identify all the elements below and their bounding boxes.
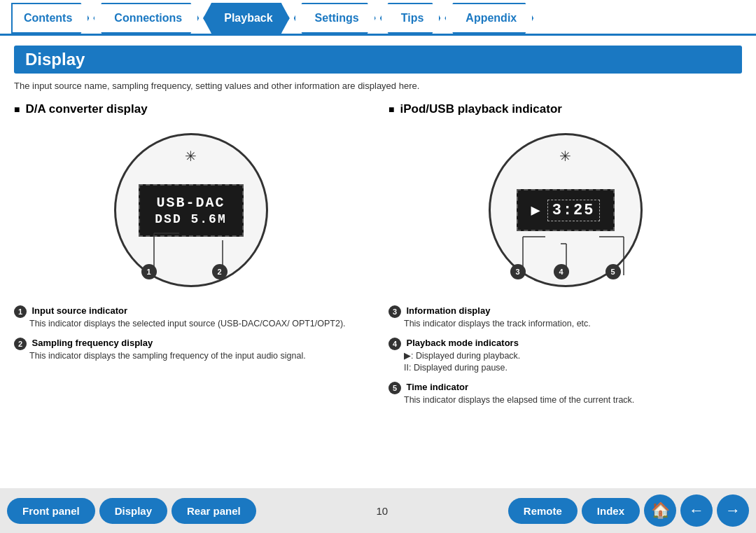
da-desc-2: 2 Sampling frequency display This indica…: [14, 338, 368, 363]
back-icon-button[interactable]: ←: [680, 494, 713, 527]
page-subtitle: The input source name, sampling frequenc…: [14, 81, 742, 91]
tab-appendix[interactable]: Appendix: [444, 3, 533, 34]
ipod-circle: ✳ ▶ 3:25 3 4 5: [489, 133, 643, 287]
da-circle: ✳ USB-DAC DSD 5.6M 1 2: [114, 133, 268, 287]
ipod-section-header: iPod/USB playback indicator: [388, 102, 742, 116]
callout-1: 1: [141, 264, 157, 279]
home-icon-button[interactable]: 🏠: [644, 494, 676, 527]
callout-5: 5: [606, 264, 621, 279]
page-title: Display: [25, 50, 731, 69]
ipod-desc-3: 3 Information display This indicator dis…: [388, 305, 742, 331]
tab-contents[interactable]: Contents: [11, 3, 89, 34]
page-title-bar: Display: [14, 46, 742, 74]
main-content: D/A converter display ✳ USB-DAC DSD 5.6M…: [14, 102, 742, 413]
ipod-diagram-wrapper: ✳ ▶ 3:25 3 4 5: [489, 126, 643, 294]
ipod-desc-5: 5 Time indicator This indicator displays…: [388, 382, 742, 407]
da-diagram-area: ✳ USB-DAC DSD 5.6M 1 2: [14, 126, 368, 294]
ipod-diagram-area: ✳ ▶ 3:25 3 4 5: [388, 126, 742, 294]
callout-4: 4: [554, 264, 569, 279]
ipod-display-screen: ▶ 3:25: [517, 189, 615, 231]
ipod-star-symbol: ✳: [559, 148, 571, 165]
da-section-header: D/A converter display: [14, 102, 368, 116]
ipod-usb-section: iPod/USB playback indicator ✳ ▶ 3:25 3: [388, 102, 742, 413]
tab-settings[interactable]: Settings: [294, 3, 376, 34]
page-number: 10: [260, 505, 504, 517]
da-display-screen: USB-DAC DSD 5.6M: [139, 184, 244, 237]
da-converter-section: D/A converter display ✳ USB-DAC DSD 5.6M…: [14, 102, 368, 413]
forward-icon-button[interactable]: →: [717, 494, 749, 527]
tab-tips[interactable]: Tips: [380, 3, 441, 34]
da-desc-1: 1 Input source indicator This indicator …: [14, 305, 368, 331]
callout-3: 3: [510, 264, 526, 279]
ipod-time-display: 3:25: [552, 202, 595, 219]
bottom-btn-front-panel[interactable]: Front panel: [7, 498, 95, 524]
da-descriptions: 1 Input source indicator This indicator …: [14, 305, 368, 362]
bottom-btn-display[interactable]: Display: [99, 498, 167, 524]
ipod-time-box: 3:25: [547, 200, 600, 221]
tab-playback[interactable]: Playback: [203, 3, 289, 34]
bottom-btn-index[interactable]: Index: [582, 498, 640, 524]
ipod-play-icon: ▶: [531, 201, 541, 220]
ipod-desc-4: 4 Playback mode indicators ▶: Displayed …: [388, 338, 742, 375]
da-star-symbol: ✳: [185, 148, 197, 165]
tab-connections[interactable]: Connections: [93, 3, 199, 34]
ipod-descriptions: 3 Information display This indicator dis…: [388, 305, 742, 406]
bottom-btn-rear-panel[interactable]: Rear panel: [172, 498, 256, 524]
da-display-line2: DSD 5.6M: [155, 212, 226, 226]
bottom-navigation: Front panel Display Rear panel 10 Remote…: [0, 488, 756, 533]
da-diagram-wrapper: ✳ USB-DAC DSD 5.6M 1 2: [114, 126, 268, 294]
top-navigation: Contents Connections Playback Settings T…: [0, 0, 756, 36]
bottom-btn-remote[interactable]: Remote: [508, 498, 578, 524]
da-display-line1: USB-DAC: [156, 195, 225, 211]
callout-2: 2: [212, 264, 227, 279]
